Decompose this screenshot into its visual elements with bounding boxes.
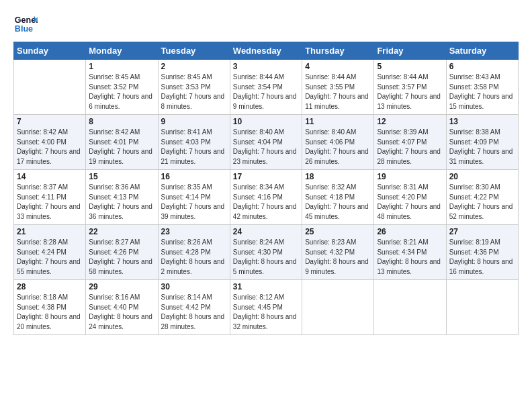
calendar-day-cell: 7Sunrise: 8:42 AMSunset: 4:00 PMDaylight… [14,115,86,170]
day-number: 18 [305,172,371,181]
calendar-day-cell: 6Sunrise: 8:43 AMSunset: 3:58 PMDaylight… [446,60,518,115]
day-number: 4 [305,62,371,71]
day-info: Sunrise: 8:28 AMSunset: 4:24 PMDaylight:… [17,238,83,277]
day-info: Sunrise: 8:21 AMSunset: 4:34 PMDaylight:… [377,238,443,277]
day-info: Sunrise: 8:26 AMSunset: 4:28 PMDaylight:… [161,238,227,277]
day-number: 28 [17,282,83,291]
weekday-header: Saturday [446,42,518,60]
logo-icon: General Blue [13,11,38,35]
day-info: Sunrise: 8:45 AMSunset: 3:53 PMDaylight:… [161,73,227,111]
day-info: Sunrise: 8:39 AMSunset: 4:07 PMDaylight:… [377,128,443,167]
calendar-day-cell: 10Sunrise: 8:40 AMSunset: 4:04 PMDayligh… [230,115,302,170]
day-info: Sunrise: 8:37 AMSunset: 4:11 PMDaylight:… [17,183,83,222]
day-info: Sunrise: 8:34 AMSunset: 4:16 PMDaylight:… [233,183,299,222]
calendar-day-cell: 23Sunrise: 8:26 AMSunset: 4:28 PMDayligh… [158,225,230,280]
day-number: 12 [377,117,443,126]
calendar-day-cell: 22Sunrise: 8:27 AMSunset: 4:26 PMDayligh… [86,225,158,280]
day-info: Sunrise: 8:44 AMSunset: 3:57 PMDaylight:… [377,73,443,111]
calendar-day-cell: 30Sunrise: 8:14 AMSunset: 4:42 PMDayligh… [158,280,230,335]
calendar-day-cell: 21Sunrise: 8:28 AMSunset: 4:24 PMDayligh… [14,225,86,280]
day-number: 7 [17,117,83,126]
calendar-day-cell: 24Sunrise: 8:24 AMSunset: 4:30 PMDayligh… [230,225,302,280]
day-number: 26 [377,227,443,236]
day-info: Sunrise: 8:14 AMSunset: 4:42 PMDaylight:… [161,293,227,332]
day-number: 2 [161,62,227,71]
day-info: Sunrise: 8:12 AMSunset: 4:45 PMDaylight:… [233,293,299,332]
weekday-header: Sunday [14,42,86,60]
calendar-day-cell: 9Sunrise: 8:41 AMSunset: 4:03 PMDaylight… [158,115,230,170]
calendar-day-cell [302,280,374,335]
day-number: 22 [89,227,154,236]
day-number: 19 [377,172,443,181]
day-info: Sunrise: 8:40 AMSunset: 4:04 PMDaylight:… [233,128,299,167]
day-number: 20 [449,172,515,181]
day-info: Sunrise: 8:24 AMSunset: 4:30 PMDaylight:… [233,238,299,277]
day-info: Sunrise: 8:44 AMSunset: 3:54 PMDaylight:… [233,73,299,111]
weekday-header: Tuesday [158,42,230,60]
calendar-day-cell: 27Sunrise: 8:19 AMSunset: 4:36 PMDayligh… [446,225,518,280]
day-number: 15 [89,172,154,181]
day-number: 30 [161,282,227,291]
calendar-day-cell: 5Sunrise: 8:44 AMSunset: 3:57 PMDaylight… [374,60,446,115]
weekday-header: Wednesday [230,42,302,60]
calendar-day-cell: 29Sunrise: 8:16 AMSunset: 4:40 PMDayligh… [86,280,158,335]
calendar-day-cell: 20Sunrise: 8:30 AMSunset: 4:22 PMDayligh… [446,170,518,225]
day-info: Sunrise: 8:40 AMSunset: 4:06 PMDaylight:… [305,128,371,167]
day-info: Sunrise: 8:35 AMSunset: 4:14 PMDaylight:… [161,183,227,222]
day-number: 23 [161,227,227,236]
day-number: 17 [233,172,299,181]
calendar-day-cell: 15Sunrise: 8:36 AMSunset: 4:13 PMDayligh… [86,170,158,225]
calendar-day-cell: 4Sunrise: 8:44 AMSunset: 3:55 PMDaylight… [302,60,374,115]
calendar-day-cell: 1Sunrise: 8:45 AMSunset: 3:52 PMDaylight… [86,60,158,115]
calendar-week-row: 28Sunrise: 8:18 AMSunset: 4:38 PMDayligh… [14,280,519,335]
day-info: Sunrise: 8:43 AMSunset: 3:58 PMDaylight:… [449,73,515,111]
day-number: 3 [233,62,299,71]
day-number: 5 [377,62,443,71]
calendar-day-cell: 3Sunrise: 8:44 AMSunset: 3:54 PMDaylight… [230,60,302,115]
day-info: Sunrise: 8:42 AMSunset: 4:01 PMDaylight:… [89,128,154,167]
calendar-day-cell: 11Sunrise: 8:40 AMSunset: 4:06 PMDayligh… [302,115,374,170]
calendar-day-cell: 2Sunrise: 8:45 AMSunset: 3:53 PMDaylight… [158,60,230,115]
page: General Blue SundayMondayTuesdayWednesda… [0,0,532,411]
day-info: Sunrise: 8:19 AMSunset: 4:36 PMDaylight:… [449,238,515,277]
calendar-week-row: 7Sunrise: 8:42 AMSunset: 4:00 PMDaylight… [14,115,519,170]
weekday-header: Friday [374,42,446,60]
calendar-week-row: 1Sunrise: 8:45 AMSunset: 3:52 PMDaylight… [14,60,519,115]
day-info: Sunrise: 8:36 AMSunset: 4:13 PMDaylight:… [89,183,154,222]
day-info: Sunrise: 8:30 AMSunset: 4:22 PMDaylight:… [449,183,515,222]
calendar-day-cell: 14Sunrise: 8:37 AMSunset: 4:11 PMDayligh… [14,170,86,225]
weekday-header: Monday [86,42,158,60]
day-info: Sunrise: 8:41 AMSunset: 4:03 PMDaylight:… [161,128,227,167]
day-info: Sunrise: 8:31 AMSunset: 4:20 PMDaylight:… [377,183,443,222]
day-number: 21 [17,227,83,236]
day-info: Sunrise: 8:42 AMSunset: 4:00 PMDaylight:… [17,128,83,167]
day-number: 8 [89,117,154,126]
day-number: 14 [17,172,83,181]
calendar-day-cell: 12Sunrise: 8:39 AMSunset: 4:07 PMDayligh… [374,115,446,170]
calendar-day-cell [14,60,86,115]
day-info: Sunrise: 8:44 AMSunset: 3:55 PMDaylight:… [305,73,371,111]
calendar-header-row: SundayMondayTuesdayWednesdayThursdayFrid… [14,42,519,60]
calendar-day-cell: 31Sunrise: 8:12 AMSunset: 4:45 PMDayligh… [230,280,302,335]
day-info: Sunrise: 8:32 AMSunset: 4:18 PMDaylight:… [305,183,371,222]
calendar-day-cell [374,280,446,335]
calendar-day-cell: 25Sunrise: 8:23 AMSunset: 4:32 PMDayligh… [302,225,374,280]
day-number: 24 [233,227,299,236]
day-info: Sunrise: 8:23 AMSunset: 4:32 PMDaylight:… [305,238,371,277]
day-number: 27 [449,227,515,236]
day-number: 13 [449,117,515,126]
calendar-day-cell: 18Sunrise: 8:32 AMSunset: 4:18 PMDayligh… [302,170,374,225]
calendar-week-row: 14Sunrise: 8:37 AMSunset: 4:11 PMDayligh… [14,170,519,225]
calendar-day-cell: 13Sunrise: 8:38 AMSunset: 4:09 PMDayligh… [446,115,518,170]
calendar-body: 1Sunrise: 8:45 AMSunset: 3:52 PMDaylight… [14,60,519,335]
day-number: 11 [305,117,371,126]
day-number: 29 [89,282,154,291]
calendar-day-cell [446,280,518,335]
calendar-week-row: 21Sunrise: 8:28 AMSunset: 4:24 PMDayligh… [14,225,519,280]
calendar-day-cell: 28Sunrise: 8:18 AMSunset: 4:38 PMDayligh… [14,280,86,335]
header: General Blue [13,11,519,35]
weekday-header: Thursday [302,42,374,60]
day-number: 31 [233,282,299,291]
day-info: Sunrise: 8:18 AMSunset: 4:38 PMDaylight:… [17,293,83,332]
svg-text:Blue: Blue [15,24,33,34]
